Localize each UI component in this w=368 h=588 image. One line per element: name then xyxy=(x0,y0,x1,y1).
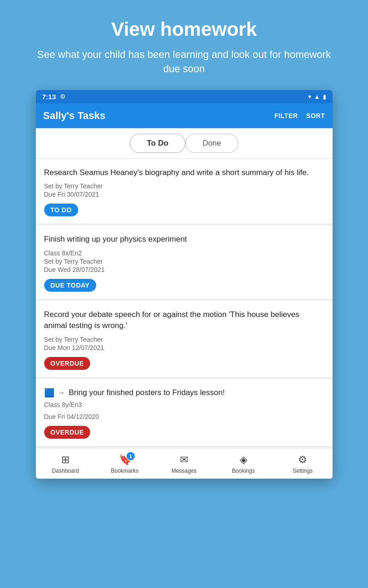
task-item[interactable]: Finish writing up your physics experimen… xyxy=(36,226,333,300)
nav-item-dashboard[interactable]: ⊞ Dashboard xyxy=(36,448,95,479)
nav-item-messages[interactable]: ✉ Messages xyxy=(155,448,214,479)
dashboard-icon: ⊞ xyxy=(61,454,69,466)
messages-icon: ✉ xyxy=(180,454,188,466)
signal-icon: ▲ xyxy=(314,93,320,100)
status-time: 7:13 xyxy=(42,93,56,101)
tab-bar: To Do Done xyxy=(36,128,333,159)
status-badge: OVERDUE xyxy=(44,357,91,370)
task-title: Research Seamus Heaney's biography and w… xyxy=(44,167,324,178)
task-class: Class 8y/En3 xyxy=(44,401,324,408)
tab-done[interactable]: Done xyxy=(185,134,238,153)
task-item[interactable]: Record your debate speech for or against… xyxy=(36,301,333,378)
status-right: ▾ ▲ ▮ xyxy=(308,93,326,100)
bottom-nav: ⊞ Dashboard 🔖 1 Bookmarks ✉ Messages ◈ B… xyxy=(36,448,333,479)
teams-icon: 🟦 xyxy=(44,388,54,398)
app-bar-title: Sally's Tasks xyxy=(43,110,106,122)
task-title: Record your debate speech for or against… xyxy=(44,309,324,331)
bookings-icon: ◈ xyxy=(240,454,247,466)
nav-label-bookings: Bookings xyxy=(232,468,254,474)
task-title: Bring your finished posters to Fridays l… xyxy=(69,387,225,398)
settings-icon: ⚙ xyxy=(298,454,307,466)
nav-label-bookmarks: Bookmarks xyxy=(111,468,138,474)
status-left: 7:13 ⚙ xyxy=(42,93,66,101)
sort-button[interactable]: SORT xyxy=(306,112,325,119)
phone-frame: 7:13 ⚙ ▾ ▲ ▮ Sally's Tasks FILTER SORT T… xyxy=(36,90,333,479)
task-title: Finish writing up your physics experimen… xyxy=(44,234,324,245)
nav-item-bookmarks[interactable]: 🔖 1 Bookmarks xyxy=(95,448,155,479)
app-bar-actions: FILTER SORT xyxy=(275,112,325,119)
nav-label-dashboard: Dashboard xyxy=(52,468,79,474)
status-bar: 7:13 ⚙ ▾ ▲ ▮ xyxy=(36,90,333,103)
nav-label-settings: Settings xyxy=(293,468,312,474)
task-due: Due Wed 28/07/2021 xyxy=(44,266,324,273)
task-set-by: Set by Terry Teacher xyxy=(44,336,324,343)
hero-title: View homework xyxy=(28,18,340,40)
task-due: Due Fri 30/07/2021 xyxy=(44,191,324,198)
task-list: Research Seamus Heaney's biography and w… xyxy=(36,159,333,447)
status-badge: DUE TODAY xyxy=(44,279,96,292)
battery-icon: ▮ xyxy=(323,93,326,100)
tab-todo[interactable]: To Do xyxy=(130,134,185,153)
nav-item-bookings[interactable]: ◈ Bookings xyxy=(214,448,273,479)
app-bar: Sally's Tasks FILTER SORT xyxy=(36,103,333,128)
task-due: Due Fri 04/12/2020 xyxy=(44,413,324,420)
task-set-by: Set by Terry Teacher xyxy=(44,182,324,190)
task-set-by: Set by Terry Teacher xyxy=(44,258,324,265)
nav-label-messages: Messages xyxy=(172,468,197,474)
filter-button[interactable]: FILTER xyxy=(275,112,298,119)
task-item[interactable]: Research Seamus Heaney's biography and w… xyxy=(36,159,333,225)
task-class: Class 8x/En2 xyxy=(44,249,324,257)
nav-item-settings[interactable]: ⚙ Settings xyxy=(273,448,333,479)
wifi-icon: ▾ xyxy=(308,93,311,100)
arrow-icon: → xyxy=(58,389,65,397)
task-item[interactable]: 🟦 → Bring your finished posters to Frida… xyxy=(36,379,333,447)
hero-subtitle: See what your child has been learning an… xyxy=(28,48,340,76)
status-badge: TO DO xyxy=(44,204,79,216)
status-badge: OVERDUE xyxy=(44,426,91,439)
task-icon-row: 🟦 → Bring your finished posters to Frida… xyxy=(44,387,324,398)
bookmarks-badge: 1 xyxy=(126,452,135,460)
hero-section: View homework See what your child has be… xyxy=(0,0,368,90)
task-due: Due Mon 12/07/2021 xyxy=(44,344,324,351)
gear-icon: ⚙ xyxy=(60,93,66,100)
